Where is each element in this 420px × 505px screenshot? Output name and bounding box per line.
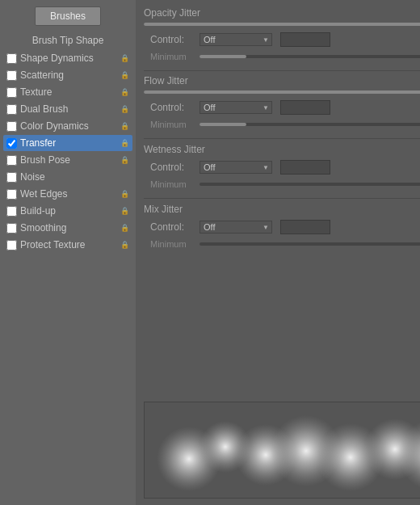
flow-slider[interactable] [144,90,420,94]
mix-jitter-row: Mix Jitter [144,202,420,217]
checkbox-brush-pose[interactable] [6,155,17,166]
mix-control-select-wrapper: Off Fade Pen Pressure Pen Tilt Stylus Wh… [200,221,272,234]
sidebar-item-label-shape-dynamics: Shape Dynamics [20,53,117,64]
mix-jitter-label: Mix Jitter [144,204,420,215]
sidebar-item-texture[interactable]: Texture🔒 [3,84,132,100]
lock-icon-wet-edges: 🔒 [120,190,129,198]
brushes-button[interactable]: Brushes [35,6,101,26]
wetness-control-select[interactable]: Off Fade Pen Pressure Pen Tilt Stylus Wh… [200,161,272,174]
flow-min-slider[interactable] [200,123,420,126]
sidebar-item-noise[interactable]: Noise [3,169,132,185]
mix-min-label: Minimum [150,239,195,249]
divider-1 [144,70,420,71]
checkbox-wet-edges[interactable] [6,189,17,200]
sidebar-item-scattering[interactable]: Scattering🔒 [3,67,132,83]
flow-control-select[interactable]: Off Fade Pen Pressure Pen Tilt Stylus Wh… [200,101,272,114]
mix-min-row: Minimum [144,237,420,251]
divider-3 [144,198,420,199]
checkbox-build-up[interactable] [6,206,17,217]
sidebar-item-label-color-dynamics: Color Dynamics [20,120,117,132]
sidebar-item-label-wet-edges: Wet Edges [20,188,117,200]
flow-control-input [280,100,330,115]
sidebar-item-shape-dynamics[interactable]: Shape Dynamics🔒 [3,50,132,66]
wetness-control-input [280,160,330,175]
lock-icon-dual-brush: 🔒 [120,105,129,113]
flow-jitter-row: Flow Jitter 100% [144,74,420,87]
checkbox-shape-dynamics[interactable] [6,53,17,64]
wetness-jitter-label: Wetness Jitter [144,144,420,155]
wetness-min-slider[interactable] [200,183,420,186]
lock-icon-scattering: 🔒 [120,71,129,79]
checkbox-smoothing[interactable] [6,223,17,234]
left-panel: Brushes Brush Tip Shape Shape Dynamics🔒S… [0,0,136,505]
wetness-jitter-row: Wetness Jitter [144,142,420,157]
divider-2 [144,138,420,139]
flow-control-label: Control: [150,102,195,113]
sidebar-item-smoothing[interactable]: Smoothing🔒 [3,220,132,236]
sidebar-item-protect-texture[interactable]: Protect Texture🔒 [3,237,132,253]
opacity-jitter-label: Opacity Jitter [144,7,420,19]
lock-icon-protect-texture: 🔒 [120,241,129,249]
checkbox-noise[interactable] [6,172,17,183]
sidebar-item-label-build-up: Build-up [20,205,117,217]
opacity-control-label: Control: [150,34,195,45]
flow-min-label: Minimum [150,120,195,129]
sidebar-item-brush-pose[interactable]: Brush Pose🔒 [3,152,132,168]
brush-preview-canvas [145,402,420,498]
mix-control-input [280,220,330,234]
lock-icon-brush-pose: 🔒 [120,156,129,164]
brush-preview [144,402,420,499]
checkbox-scattering[interactable] [6,70,17,81]
sidebar-item-dual-brush[interactable]: Dual Brush🔒 [3,101,132,117]
lock-icon-color-dynamics: 🔒 [120,122,129,130]
right-panel: Opacity Jitter 100% ▲ Control: Off Fade … [136,0,420,505]
wetness-control-row: Control: Off Fade Pen Pressure Pen Tilt … [144,160,420,175]
checkbox-protect-texture[interactable] [6,240,17,250]
opacity-min-row: Minimum [144,49,420,64]
flow-min-row: Minimum [144,117,420,132]
checkbox-dual-brush[interactable] [6,104,17,115]
mix-control-label: Control: [150,221,195,233]
flow-jitter-label: Flow Jitter [144,75,420,86]
sidebar-item-label-texture: Texture [20,86,117,98]
flow-slider-container: ▲ [144,89,420,96]
brush-list: Shape Dynamics🔒Scattering🔒Texture🔒Dual B… [3,50,132,253]
opacity-min-label: Minimum [150,52,195,61]
sidebar-item-label-brush-pose: Brush Pose [20,154,117,166]
mix-control-select[interactable]: Off Fade Pen Pressure Pen Tilt Stylus Wh… [200,221,272,234]
sidebar-item-label-transfer: Transfer [20,137,117,149]
flow-control-select-wrapper: Off Fade Pen Pressure Pen Tilt Stylus Wh… [200,101,272,114]
opacity-jitter-row: Opacity Jitter 100% [144,6,420,19]
lock-icon-smoothing: 🔒 [120,224,129,232]
checkbox-transfer[interactable] [6,138,17,149]
sidebar-item-label-dual-brush: Dual Brush [20,103,117,115]
wetness-control-select-wrapper: Off Fade Pen Pressure Pen Tilt Stylus Wh… [200,161,272,174]
wetness-min-row: Minimum [144,177,420,191]
flow-control-row: Control: Off Fade Pen Pressure Pen Tilt … [144,100,420,115]
opacity-control-select-wrapper: Off Fade Pen Pressure Pen Tilt Stylus Wh… [200,33,272,46]
opacity-control-input [280,32,330,47]
mix-min-slider[interactable] [200,242,420,246]
checkbox-color-dynamics[interactable] [6,121,17,132]
opacity-control-row: Control: Off Fade Pen Pressure Pen Tilt … [144,32,420,47]
wetness-min-label: Minimum [150,179,195,189]
checkbox-texture[interactable] [6,87,17,98]
opacity-min-slider[interactable] [200,55,420,58]
tip-shape-label: Brush Tip Shape [3,32,132,50]
sidebar-item-wet-edges[interactable]: Wet Edges🔒 [3,186,132,202]
opacity-slider-container: ▲ [144,21,420,28]
sidebar-item-color-dynamics[interactable]: Color Dynamics🔒 [3,118,132,134]
sidebar-item-label-protect-texture: Protect Texture [20,239,117,250]
lock-icon-texture: 🔒 [120,88,129,96]
sidebar-item-label-smoothing: Smoothing [20,222,117,234]
lock-icon-shape-dynamics: 🔒 [120,54,129,62]
lock-icon-build-up: 🔒 [120,207,129,215]
sidebar-item-build-up[interactable]: Build-up🔒 [3,203,132,219]
sidebar-item-label-scattering: Scattering [20,69,117,81]
sidebar-item-label-noise: Noise [20,171,129,183]
opacity-slider[interactable] [144,23,420,26]
opacity-control-select[interactable]: Off Fade Pen Pressure Pen Tilt Stylus Wh… [200,33,272,46]
wetness-control-label: Control: [150,162,195,173]
mix-control-row: Control: Off Fade Pen Pressure Pen Tilt … [144,220,420,234]
sidebar-item-transfer[interactable]: Transfer🔒 [3,135,132,151]
